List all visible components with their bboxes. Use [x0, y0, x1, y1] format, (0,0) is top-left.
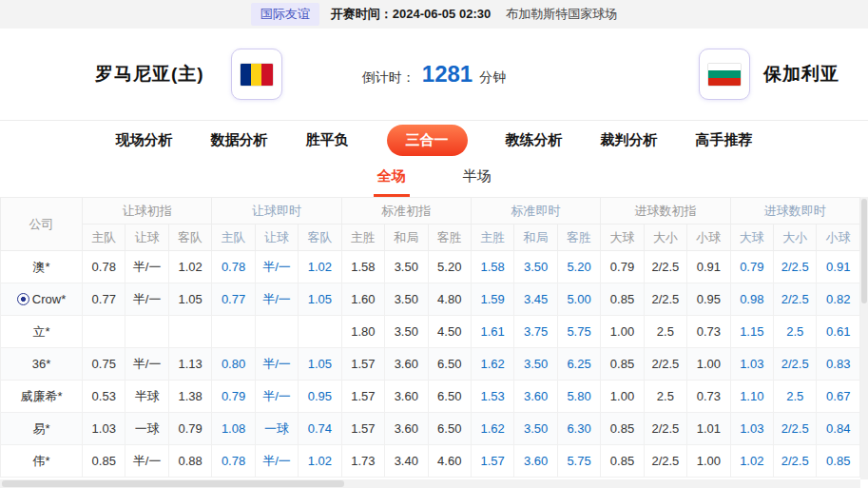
odds-cell: 半/一 [125, 348, 168, 381]
odds-cell: 3.45 [514, 283, 557, 316]
sub-tab-2[interactable]: 半场 [459, 159, 495, 197]
odds-table-head: 公司让球初指让球即时标准初指标准即时进球数初指进球数即时主队让球客队主队让球客队… [1, 198, 860, 251]
odds-row: 伟*0.85半/一0.880.78半/一1.021.733.404.601.57… [1, 445, 860, 478]
group-header-5: 进球数初指 [601, 198, 730, 224]
sub-tabs: 全场半场 [0, 159, 868, 197]
odds-comparison-page: 国际友谊 开赛时间：2024-06-05 02:30 布加勒斯特国家球场 罗马尼… [0, 0, 868, 488]
horizontal-scrollbar-thumb[interactable] [2, 480, 344, 487]
odds-cell: 6.30 [557, 413, 600, 445]
odds-cell: 1.57 [341, 348, 384, 381]
league-badge[interactable]: 国际友谊 [251, 3, 319, 26]
nav-tab-6[interactable]: 裁判分析 [601, 131, 658, 149]
odds-cell: 1.62 [471, 413, 513, 445]
odds-cell: 3.40 [385, 445, 428, 478]
odds-cell: 1.61 [471, 316, 513, 348]
vertical-scrollbar[interactable] [860, 197, 868, 479]
nav-tab-2[interactable]: 数据分析 [211, 131, 268, 149]
odds-cell: 1.73 [341, 445, 384, 478]
countdown-unit: 分钟 [479, 69, 506, 87]
column-header: 主胜 [341, 224, 384, 251]
nav-tab-4[interactable]: 三合一 [387, 125, 468, 156]
odds-cell: 半/一 [125, 251, 168, 283]
odds-row: 易*1.03一球0.791.08一球0.741.573.606.501.623.… [1, 413, 860, 445]
horizontal-scrollbar[interactable] [0, 479, 860, 488]
odds-cell: 1.00 [687, 348, 730, 381]
odds-cell: 半/一 [255, 381, 298, 413]
odds-cell: 0.77 [83, 283, 125, 316]
vertical-scrollbar-thumb[interactable] [861, 199, 867, 303]
odds-cell: 1.13 [168, 348, 211, 381]
odds-cell: 2/2.5 [644, 251, 686, 283]
company-name[interactable]: 伟* [1, 445, 83, 478]
nav-tab-1[interactable]: 现场分析 [116, 131, 173, 149]
company-name[interactable]: 36* [1, 348, 83, 381]
company-name[interactable]: 澳* [1, 251, 83, 283]
column-header: 和局 [385, 224, 428, 251]
odds-cell: 1.58 [341, 251, 384, 283]
odds-cell: 2/2.5 [774, 251, 817, 283]
odds-cell: 4.60 [428, 445, 471, 478]
column-header: 大小 [644, 224, 686, 251]
odds-cell: 0.85 [83, 445, 125, 478]
odds-cell [212, 316, 255, 348]
nav-tab-3[interactable]: 胜平负 [306, 131, 349, 149]
odds-cell: 2/2.5 [774, 413, 817, 445]
company-name[interactable]: 威廉希* [1, 381, 83, 413]
home-team-name: 罗马尼亚(主) [95, 62, 204, 87]
odds-cell: 1.02 [168, 251, 211, 283]
odds-cell: 1.02 [299, 251, 341, 283]
odds-cell: 2/2.5 [774, 445, 817, 478]
odds-cell: 1.57 [341, 413, 384, 445]
odds-cell: 一球 [125, 413, 168, 445]
bulgaria-flag [707, 63, 742, 87]
odds-cell: 1.02 [730, 445, 773, 478]
odds-row: 威廉希*0.53半球1.380.79半/一0.951.573.606.501.5… [1, 381, 860, 413]
odds-cell: 半/一 [255, 251, 298, 283]
odds-cell: 半球 [125, 381, 168, 413]
column-header: 主队 [212, 224, 255, 251]
odds-cell: 0.80 [212, 348, 255, 381]
company-name[interactable]: 易* [1, 413, 83, 445]
countdown-value: 1281 [422, 61, 473, 88]
odds-row: 36*0.75半/一1.130.80半/一1.051.573.606.501.6… [1, 348, 860, 381]
column-header: 客队 [299, 224, 341, 251]
nav-tab-7[interactable]: 高手推荐 [696, 131, 753, 149]
odds-table: 公司让球初指让球即时标准初指标准即时进球数初指进球数即时主队让球客队主队让球客队… [0, 197, 860, 478]
odds-cell: 5.75 [557, 445, 600, 478]
company-column-header: 公司 [1, 198, 83, 251]
odds-cell: 3.50 [514, 348, 557, 381]
odds-table-body: 澳*0.78半/一1.020.78半/一1.021.583.505.201.58… [1, 251, 860, 478]
nav-tabs: 现场分析数据分析胜平负三合一教练分析裁判分析高手推荐 [0, 121, 868, 159]
nav-tab-5[interactable]: 教练分析 [506, 131, 563, 149]
odds-cell: 6.25 [557, 348, 600, 381]
away-team: 保加利亚 [699, 49, 839, 100]
odds-cell: 0.53 [83, 381, 125, 413]
odds-cell: 1.05 [168, 283, 211, 316]
odds-cell: 0.85 [601, 283, 644, 316]
home-flag-box [231, 49, 282, 100]
company-name[interactable]: Crow* [1, 283, 83, 316]
odds-cell: 0.85 [601, 413, 644, 445]
odds-row: 澳*0.78半/一1.020.78半/一1.021.583.505.201.58… [1, 251, 860, 283]
odds-cell: 0.95 [687, 283, 730, 316]
odds-cell: 5.20 [557, 251, 600, 283]
odds-cell: 0.75 [83, 348, 125, 381]
odds-cell: 2/2.5 [644, 283, 686, 316]
odds-cell: 1.57 [341, 381, 384, 413]
odds-cell: 0.74 [299, 413, 341, 445]
odds-cell: 0.73 [687, 381, 730, 413]
sub-tab-1[interactable]: 全场 [374, 159, 410, 197]
odds-cell: 3.50 [514, 413, 557, 445]
odds-cell: 0.88 [168, 445, 211, 478]
odds-cell: 0.98 [730, 283, 773, 316]
odds-cell: 2/2.5 [644, 348, 686, 381]
odds-cell: 1.58 [471, 251, 513, 283]
odds-cell: 0.91 [687, 251, 730, 283]
odds-cell: 半/一 [125, 283, 168, 316]
odds-cell: 0.79 [601, 251, 644, 283]
group-header-2: 让球即时 [212, 198, 341, 224]
odds-cell: 1.03 [83, 413, 125, 445]
odds-cell: 0.78 [212, 445, 255, 478]
odds-cell: 1.10 [730, 381, 773, 413]
company-name[interactable]: 立* [1, 316, 83, 348]
